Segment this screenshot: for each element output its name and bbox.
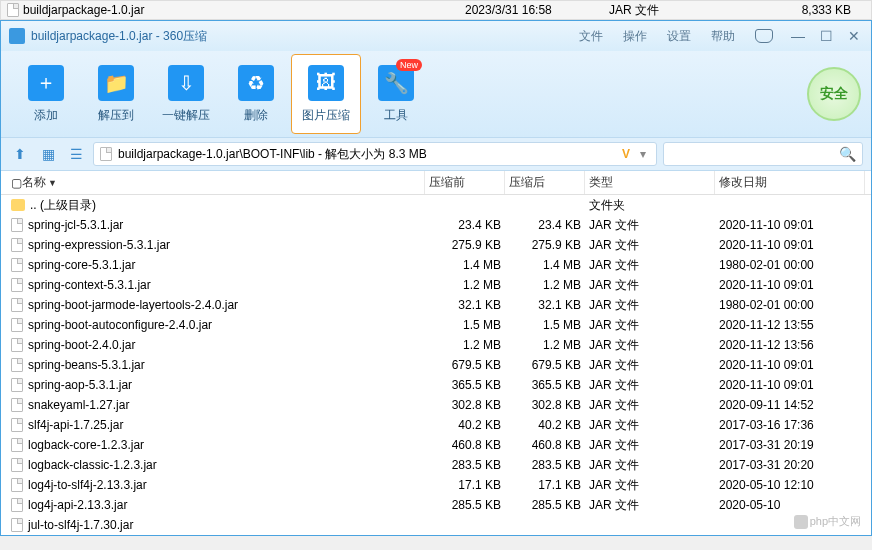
size-before: 32.1 KB (425, 298, 505, 312)
file-date: 2020-11-10 09:01 (715, 218, 865, 232)
file-icon (11, 398, 23, 412)
file-type: JAR 文件 (585, 317, 715, 334)
skin-icon[interactable] (755, 29, 773, 43)
file-row[interactable]: .. (上级目录)文件夹 (1, 195, 871, 215)
file-icon (7, 3, 19, 17)
file-row[interactable]: snakeyaml-1.27.jar302.8 KB302.8 KBJAR 文件… (1, 395, 871, 415)
filename: snakeyaml-1.27.jar (28, 398, 129, 412)
file-row[interactable]: spring-expression-5.3.1.jar275.9 KB275.9… (1, 235, 871, 255)
filename: log4j-to-slf4j-2.13.3.jar (28, 478, 147, 492)
file-row[interactable]: spring-beans-5.3.1.jar679.5 KB679.5 KBJA… (1, 355, 871, 375)
file-type: JAR 文件 (585, 457, 715, 474)
search-input[interactable]: 🔍 (663, 142, 863, 166)
size-before: 40.2 KB (425, 418, 505, 432)
maximize-button[interactable]: ☐ (817, 28, 835, 44)
file-row[interactable]: log4j-to-slf4j-2.13.3.jar17.1 KB17.1 KBJ… (1, 475, 871, 495)
col-date[interactable]: 修改日期 (715, 171, 865, 194)
pathbar: ⬆ ▦ ☰ buildjarpackage-1.0.jar\BOOT-INF\l… (1, 137, 871, 171)
safe-badge: 安全 (807, 67, 861, 121)
size-before: 1.4 MB (425, 258, 505, 272)
toolbar: ＋ 添加 📁 解压到 ⇩ 一键解压 ♻ 删除 🖼 图片压缩 🔧New 工具 安全 (1, 51, 871, 137)
extract-button[interactable]: 📁 解压到 (81, 54, 151, 134)
file-date: 2017-03-31 20:20 (715, 458, 865, 472)
file-type: JAR 文件 (585, 417, 715, 434)
file-row[interactable]: spring-jcl-5.3.1.jar23.4 KB23.4 KBJAR 文件… (1, 215, 871, 235)
col-type[interactable]: 类型 (585, 171, 715, 194)
file-type: JAR 文件 (585, 217, 715, 234)
size-before: 275.9 KB (425, 238, 505, 252)
menu-settings[interactable]: 设置 (667, 28, 691, 45)
watermark: php中文网 (794, 514, 861, 529)
file-list[interactable]: .. (上级目录)文件夹spring-jcl-5.3.1.jar23.4 KB2… (1, 195, 871, 535)
list-header: ▢ 名称▼ 压缩前 压缩后 类型 修改日期 (1, 171, 871, 195)
close-button[interactable]: ✕ (845, 28, 863, 44)
window-title: buildjarpackage-1.0.jar - 360压缩 (31, 28, 579, 45)
file-row[interactable]: spring-boot-2.4.0.jar1.2 MB1.2 MBJAR 文件2… (1, 335, 871, 355)
add-button[interactable]: ＋ 添加 (11, 54, 81, 134)
file-row[interactable]: log4j-api-2.13.3.jar285.5 KB285.5 KBJAR … (1, 495, 871, 515)
file-row[interactable]: spring-boot-autoconfigure-2.4.0.jar1.5 M… (1, 315, 871, 335)
image-compress-icon: 🖼 (308, 65, 344, 101)
file-row[interactable]: slf4j-api-1.7.25.jar40.2 KB40.2 KBJAR 文件… (1, 415, 871, 435)
delete-button[interactable]: ♻ 删除 (221, 54, 291, 134)
file-icon (11, 258, 23, 272)
size-after: 1.2 MB (505, 278, 585, 292)
watermark-icon (794, 515, 808, 529)
tools-icon: 🔧New (378, 65, 414, 101)
view-tree-button[interactable]: ▦ (37, 143, 59, 165)
size-before: 302.8 KB (425, 398, 505, 412)
file-row[interactable]: logback-classic-1.2.3.jar283.5 KB283.5 K… (1, 455, 871, 475)
size-before: 285.5 KB (425, 498, 505, 512)
size-before: 1.5 MB (425, 318, 505, 332)
path-dropdown-letter[interactable]: V (622, 147, 630, 161)
size-after: 302.8 KB (505, 398, 585, 412)
window-controls: — ☐ ✕ (755, 28, 863, 44)
file-row[interactable]: spring-boot-jarmode-layertools-2.4.0.jar… (1, 295, 871, 315)
file-icon (11, 338, 23, 352)
file-row[interactable]: spring-aop-5.3.1.jar365.5 KB365.5 KBJAR … (1, 375, 871, 395)
oneclick-extract-button[interactable]: ⇩ 一键解压 (151, 54, 221, 134)
menu-file[interactable]: 文件 (579, 28, 603, 45)
file-type: 文件夹 (585, 197, 715, 214)
path-dropdown-icon[interactable]: ▾ (640, 147, 646, 161)
menu-operation[interactable]: 操作 (623, 28, 647, 45)
file-date: 2020-11-12 13:56 (715, 338, 865, 352)
archive-window: buildjarpackage-1.0.jar - 360压缩 文件 操作 设置… (0, 20, 872, 536)
col-name[interactable]: ▢ 名称▼ (7, 171, 425, 194)
file-date: 1980-02-01 00:00 (715, 298, 865, 312)
explorer-filename: buildjarpackage-1.0.jar (23, 3, 144, 17)
file-type: JAR 文件 (585, 477, 715, 494)
size-after: 283.5 KB (505, 458, 585, 472)
explorer-file-row[interactable]: buildjarpackage-1.0.jar 2023/3/31 16:58 … (0, 0, 872, 20)
size-before: 679.5 KB (425, 358, 505, 372)
explorer-type: JAR 文件 (595, 2, 715, 19)
file-type: JAR 文件 (585, 297, 715, 314)
file-row[interactable]: spring-context-5.3.1.jar1.2 MB1.2 MBJAR … (1, 275, 871, 295)
size-after: 679.5 KB (505, 358, 585, 372)
col-after[interactable]: 压缩后 (505, 171, 585, 194)
menu-help[interactable]: 帮助 (711, 28, 735, 45)
file-type: JAR 文件 (585, 497, 715, 514)
size-after: 40.2 KB (505, 418, 585, 432)
view-list-button[interactable]: ☰ (65, 143, 87, 165)
explorer-date: 2023/3/31 16:58 (415, 3, 595, 17)
file-row[interactable]: logback-core-1.2.3.jar460.8 KB460.8 KBJA… (1, 435, 871, 455)
file-date: 2020-05-10 (715, 498, 865, 512)
search-icon[interactable]: 🔍 (839, 146, 856, 162)
col-before[interactable]: 压缩前 (425, 171, 505, 194)
tools-button[interactable]: 🔧New 工具 (361, 54, 431, 134)
size-after: 285.5 KB (505, 498, 585, 512)
file-date: 2020-11-12 13:55 (715, 318, 865, 332)
file-date: 2020-11-10 09:01 (715, 238, 865, 252)
file-row[interactable]: jul-to-slf4j-1.7.30.jar (1, 515, 871, 535)
image-compress-button[interactable]: 🖼 图片压缩 (291, 54, 361, 134)
path-text: buildjarpackage-1.0.jar\BOOT-INF\lib - 解… (118, 146, 427, 163)
minimize-button[interactable]: — (789, 28, 807, 44)
path-input[interactable]: buildjarpackage-1.0.jar\BOOT-INF\lib - 解… (93, 142, 657, 166)
size-after: 1.4 MB (505, 258, 585, 272)
file-row[interactable]: spring-core-5.3.1.jar1.4 MB1.4 MBJAR 文件1… (1, 255, 871, 275)
size-before: 460.8 KB (425, 438, 505, 452)
file-icon (11, 498, 23, 512)
sort-indicator-icon: ▼ (48, 178, 57, 188)
up-button[interactable]: ⬆ (9, 143, 31, 165)
